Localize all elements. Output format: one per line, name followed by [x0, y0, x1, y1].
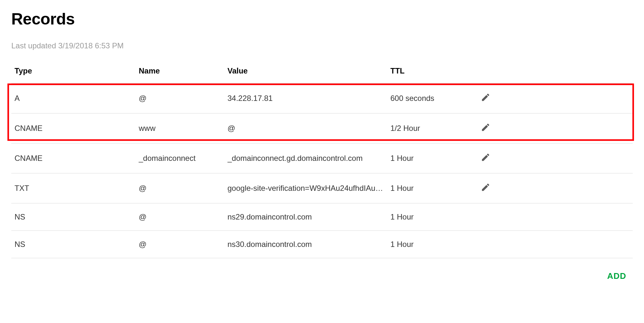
add-record-button[interactable]: ADD	[607, 271, 626, 281]
edit-button[interactable]	[481, 122, 490, 134]
edit-button[interactable]	[481, 152, 490, 164]
cell-name: @	[139, 240, 227, 249]
cell-type: A	[11, 94, 139, 103]
cell-ttl: 1/2 Hour	[390, 124, 478, 133]
cell-type: NS	[11, 240, 139, 249]
edit-button[interactable]	[481, 182, 490, 194]
column-header-ttl: TTL	[390, 66, 478, 75]
edit-button[interactable]	[481, 93, 490, 104]
cell-name: @	[139, 94, 227, 103]
cell-type: TXT	[11, 184, 139, 193]
cell-name: www	[139, 124, 227, 133]
table-row: TXT @ google-site-verification=W9xHAu24u…	[11, 173, 633, 203]
cell-value: google-site-verification=W9xHAu24ufhdIAu…	[227, 184, 390, 193]
dns-records-table: Type Name Value TTL A @ 34.228.17.81 600…	[11, 66, 633, 281]
last-updated-text: Last updated 3/19/2018 6:53 PM	[11, 41, 633, 50]
page-title: Records	[11, 10, 633, 28]
cell-ttl: 1 Hour	[390, 184, 478, 193]
cell-ttl: 1 Hour	[390, 240, 478, 249]
table-body: A @ 34.228.17.81 600 seconds CNAME www @…	[11, 83, 633, 258]
cell-name: @	[139, 212, 227, 221]
cell-value: @	[227, 124, 390, 133]
cell-value: ns30.domaincontrol.com	[227, 240, 390, 249]
table-header: Type Name Value TTL	[11, 66, 633, 83]
cell-ttl: 1 Hour	[390, 212, 478, 221]
pencil-icon	[481, 93, 490, 104]
table-row: CNAME www @ 1/2 Hour	[11, 113, 633, 143]
cell-ttl: 1 Hour	[390, 154, 478, 163]
pencil-icon	[481, 152, 490, 164]
cell-type: CNAME	[11, 124, 139, 133]
column-header-name: Name	[139, 66, 227, 75]
table-footer: ADD	[11, 258, 633, 281]
cell-value: ns29.domaincontrol.com	[227, 212, 390, 221]
table-row: A @ 34.228.17.81 600 seconds	[11, 83, 633, 113]
pencil-icon	[481, 122, 490, 134]
cell-value: 34.228.17.81	[227, 94, 390, 103]
cell-type: CNAME	[11, 154, 139, 163]
column-header-type: Type	[11, 66, 139, 75]
table-row: NS @ ns29.domaincontrol.com 1 Hour	[11, 203, 633, 231]
table-row: CNAME _domainconnect _domainconnect.gd.d…	[11, 143, 633, 173]
cell-ttl: 600 seconds	[390, 94, 478, 103]
cell-type: NS	[11, 212, 139, 221]
column-header-value: Value	[227, 66, 390, 75]
cell-value: _domainconnect.gd.domaincontrol.com	[227, 154, 390, 163]
table-row: NS @ ns30.domaincontrol.com 1 Hour	[11, 231, 633, 258]
pencil-icon	[481, 182, 490, 194]
cell-name: @	[139, 184, 227, 193]
cell-name: _domainconnect	[139, 154, 227, 163]
